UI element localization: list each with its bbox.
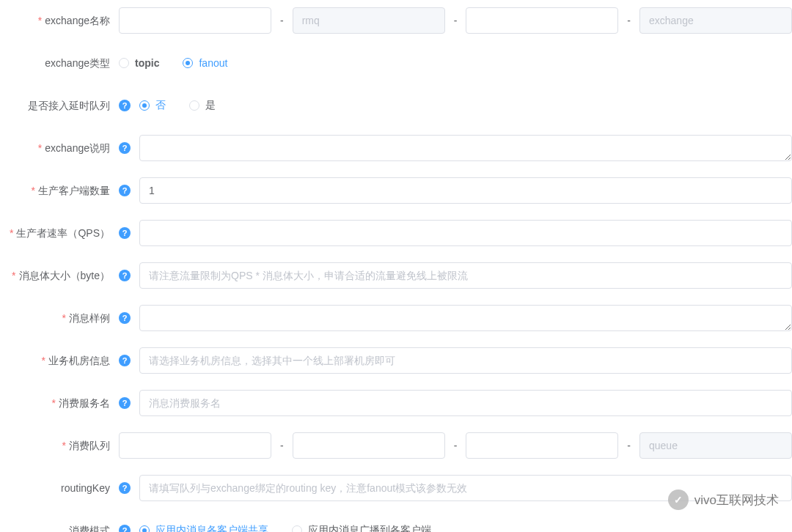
content-message-size [119, 262, 792, 289]
radio-circle-icon [183, 58, 193, 68]
content-consumer-queue: - - - [119, 432, 792, 459]
content-exchange-desc [119, 135, 792, 161]
producer-count-input[interactable] [139, 177, 792, 204]
content-consumer-service [119, 390, 792, 416]
row-exchange-type: exchange类型 topic fanout [0, 50, 792, 76]
row-message-sample: 消息样例 [0, 305, 792, 331]
help-icon[interactable] [119, 185, 131, 196]
row-message-size: 消息体大小（byte） [0, 262, 792, 289]
help-icon[interactable] [119, 227, 131, 239]
row-producer-qps: 生产者速率（QPS） [0, 220, 792, 246]
routing-key-input[interactable] [139, 475, 792, 501]
radio-mode-broadcast[interactable]: 应用内消息广播到各客户端 [292, 524, 431, 532]
help-icon[interactable] [119, 525, 131, 532]
dash-sep: - [277, 15, 287, 26]
radio-topic[interactable]: topic [119, 57, 159, 69]
label-message-sample: 消息样例 [0, 305, 119, 331]
label-routing-key: routingKey [0, 475, 119, 501]
content-producer-count [119, 177, 792, 204]
label-producer-qps: 生产者速率（QPS） [0, 220, 119, 246]
consumer-queue-seg1-input[interactable] [119, 432, 271, 459]
help-icon[interactable] [119, 142, 131, 154]
label-consumer-queue: 消费队列 [0, 432, 119, 459]
dash-sep: - [624, 15, 634, 26]
help-icon[interactable] [119, 482, 131, 494]
radio-fanout[interactable]: fanout [183, 57, 227, 69]
radio-label-broadcast: 应用内消息广播到各客户端 [308, 524, 431, 532]
dash-sep: - [277, 440, 287, 451]
exchange-name-seg4-input [639, 7, 792, 34]
label-biz-room: 业务机房信息 [0, 347, 119, 374]
row-biz-room: 业务机房信息 [0, 347, 792, 374]
message-size-input[interactable] [139, 262, 792, 289]
help-icon[interactable] [119, 270, 131, 281]
label-exchange-name: exchange名称 [0, 7, 119, 34]
consumer-service-input[interactable] [139, 390, 792, 416]
row-exchange-name: exchange名称 - - - [0, 7, 792, 34]
radio-circle-icon [189, 100, 199, 111]
help-icon[interactable] [119, 397, 131, 409]
content-routing-key [119, 475, 792, 501]
consumer-queue-seg2-input[interactable] [293, 432, 445, 459]
label-exchange-type: exchange类型 [0, 50, 119, 76]
radio-delay-no[interactable]: 否 [139, 99, 166, 112]
exchange-name-seg2-input [293, 7, 445, 34]
content-consume-mode: 应用内消息各客户端共享 应用内消息广播到各客户端 [119, 524, 792, 532]
row-exchange-desc: exchange说明 [0, 135, 792, 161]
dash-sep: - [624, 440, 634, 451]
radio-label-topic: topic [135, 57, 159, 69]
content-producer-qps [119, 220, 792, 246]
exchange-desc-textarea[interactable] [139, 135, 792, 161]
content-biz-room [119, 347, 792, 374]
radio-label-no: 否 [155, 99, 166, 112]
biz-room-select[interactable] [139, 347, 792, 374]
radio-label-fanout: fanout [199, 57, 227, 69]
radio-delay-yes[interactable]: 是 [189, 99, 216, 112]
dash-sep: - [451, 440, 461, 451]
label-message-size: 消息体大小（byte） [0, 262, 119, 289]
content-message-sample [119, 305, 792, 331]
row-consumer-queue: 消费队列 - - - [0, 432, 792, 459]
exchange-name-seg1-input[interactable] [119, 7, 271, 34]
consumer-queue-seg3-input[interactable] [466, 432, 618, 459]
label-consumer-service: 消费服务名 [0, 390, 119, 416]
radio-circle-icon [139, 525, 150, 532]
row-producer-count: 生产客户端数量 [0, 177, 792, 204]
exchange-name-seg3-input[interactable] [466, 7, 618, 34]
content-exchange-type: topic fanout [119, 57, 792, 69]
row-delay-queue: 是否接入延时队列 否 是 [0, 92, 792, 119]
label-delay-queue: 是否接入延时队列 [0, 92, 119, 119]
label-producer-count: 生产客户端数量 [0, 177, 119, 204]
dash-sep: - [451, 15, 461, 26]
producer-qps-input[interactable] [139, 220, 792, 246]
help-icon[interactable] [119, 100, 131, 111]
radio-label-yes: 是 [205, 99, 216, 112]
radio-circle-icon [139, 100, 150, 111]
consumer-queue-seg4-input [639, 432, 792, 459]
content-delay-queue: 否 是 [119, 99, 792, 112]
content-exchange-name: - - - [119, 7, 792, 34]
label-exchange-desc: exchange说明 [0, 135, 119, 161]
help-icon[interactable] [119, 312, 131, 324]
row-consumer-service: 消费服务名 [0, 390, 792, 416]
message-sample-textarea[interactable] [139, 305, 792, 331]
help-icon[interactable] [119, 355, 131, 366]
radio-circle-icon [119, 58, 129, 68]
row-routing-key: routingKey [0, 475, 792, 501]
label-consume-mode: 消费模式 [0, 517, 119, 532]
radio-mode-shared[interactable]: 应用内消息各客户端共享 [139, 524, 268, 532]
radio-circle-icon [292, 525, 302, 532]
radio-label-shared: 应用内消息各客户端共享 [155, 524, 268, 532]
row-consume-mode: 消费模式 应用内消息各客户端共享 应用内消息广播到各客户端 [0, 517, 792, 532]
